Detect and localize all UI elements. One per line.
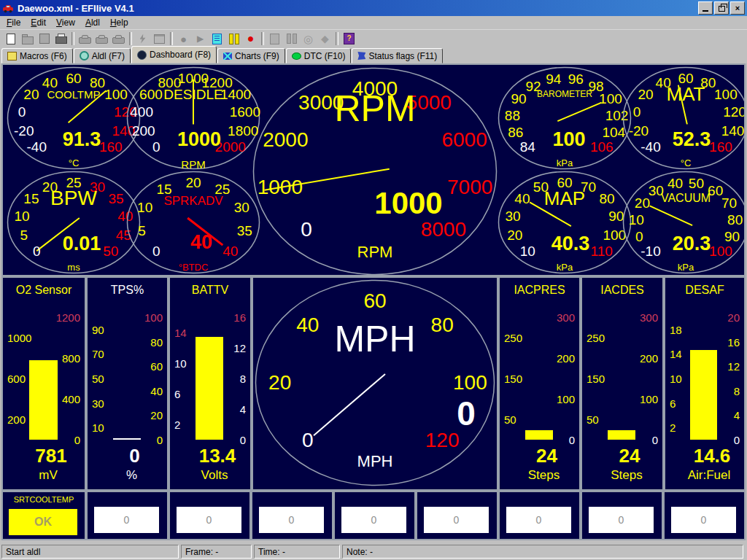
charts-icon bbox=[223, 52, 232, 60]
app-window: Daewoo.xml - EFIlive V4.1 × FileEditView… bbox=[0, 0, 747, 560]
bar-tick: 200 bbox=[557, 353, 575, 364]
record-button[interactable]: ● bbox=[242, 31, 259, 47]
menu-view[interactable]: View bbox=[51, 17, 80, 28]
monitor-stop-button[interactable]: ● bbox=[175, 31, 192, 47]
bar-tick: 100 bbox=[640, 394, 658, 405]
bar-gauge-bar bbox=[690, 350, 717, 440]
gauge-desidle: 0200400600800100012001400160018002000DES… bbox=[126, 66, 260, 170]
pause-button[interactable] bbox=[225, 31, 242, 47]
target-button[interactable]: ◎ bbox=[300, 31, 317, 47]
gauge-tick: 1000 bbox=[258, 177, 303, 198]
bar-tick: 2 bbox=[670, 422, 676, 433]
watch-cell-value[interactable]: 0 bbox=[177, 507, 241, 533]
gauge-mat: -40-20020406080100120140160MAT52.3°C bbox=[622, 66, 746, 170]
watch-cell-status[interactable]: OK bbox=[9, 509, 77, 535]
tab-dashboard-f8[interactable]: Dashboard (F8) bbox=[131, 46, 217, 63]
watch-cell-3: 0 bbox=[169, 491, 251, 540]
bar-gauge-unit: Air:Fuel bbox=[674, 469, 744, 481]
tab-label: Charts (F9) bbox=[235, 51, 279, 61]
tab-macros-f6[interactable]: Macros (F6) bbox=[1, 48, 73, 63]
menu-file[interactable]: File bbox=[1, 17, 26, 28]
watch-cell-value[interactable]: 0 bbox=[94, 507, 159, 533]
gauge-tick: 1400 bbox=[220, 88, 251, 101]
tab-label: DTC (F10) bbox=[304, 51, 346, 61]
frame-pause-button[interactable] bbox=[283, 31, 300, 47]
watch-cell-value[interactable]: 0 bbox=[589, 507, 654, 533]
watch-cell-1: SRTCOOLTEMPOK bbox=[1, 491, 86, 540]
car-connect-button[interactable] bbox=[77, 31, 93, 47]
properties-icon bbox=[154, 34, 165, 44]
gauge-tick: 30 bbox=[234, 200, 249, 214]
gauge-needle bbox=[557, 103, 601, 121]
bar-tick: 90 bbox=[92, 324, 104, 335]
page-view-button[interactable] bbox=[266, 31, 283, 47]
bar-gauge-value: 14.6 bbox=[681, 446, 743, 465]
monitor-stop-icon: ● bbox=[180, 34, 187, 44]
gauge-tick: 0 bbox=[302, 430, 314, 451]
car-connect-icon bbox=[79, 37, 91, 44]
tab-status-flags-f11[interactable]: Status flags (F11) bbox=[352, 48, 443, 63]
car-save-button[interactable] bbox=[93, 31, 110, 47]
pause-icon bbox=[228, 34, 240, 44]
gauge-tick: 20 bbox=[23, 88, 39, 101]
gauge-tick: 70 bbox=[721, 196, 737, 210]
save-file-button[interactable] bbox=[36, 31, 53, 47]
restore-icon bbox=[719, 6, 725, 12]
menu-edit[interactable]: Edit bbox=[26, 17, 51, 28]
minimize-button[interactable] bbox=[698, 1, 713, 15]
gauge-unit: MPH bbox=[357, 454, 393, 470]
status-frame: Frame: - bbox=[181, 545, 252, 559]
gauge-tick: 100 bbox=[714, 88, 738, 101]
new-document-button[interactable] bbox=[2, 31, 19, 47]
gauge-title: VACUUM bbox=[661, 192, 711, 204]
gauge-tick: 0 bbox=[33, 244, 41, 258]
gauge-tick: 100 bbox=[104, 88, 128, 101]
watch-cell-value[interactable]: 0 bbox=[671, 507, 736, 533]
bar-tick: 14 bbox=[670, 349, 682, 359]
watch-cell-value[interactable]: 0 bbox=[259, 507, 324, 533]
car-clear-button[interactable] bbox=[110, 31, 127, 47]
help-button[interactable]: ? bbox=[341, 31, 357, 47]
bar-tick: 16 bbox=[233, 312, 246, 323]
gauge-tick: 35 bbox=[108, 192, 123, 206]
gauge-tick: 106 bbox=[590, 140, 614, 154]
properties-button[interactable] bbox=[151, 31, 168, 47]
gauge-tick: 96 bbox=[568, 71, 584, 85]
menu-aldl[interactable]: Aldl bbox=[80, 17, 105, 28]
bar-gauge-panel-iacpres: IACPRES05010015020025030024Steps bbox=[498, 276, 581, 491]
titlebar: Daewoo.xml - EFIlive V4.1 × bbox=[0, 0, 747, 16]
close-button[interactable]: × bbox=[730, 1, 745, 15]
tab-charts-f9[interactable]: Charts (F9) bbox=[217, 48, 285, 63]
send-diamond-button[interactable]: ◆ bbox=[317, 31, 333, 47]
gauge-tick: 10 bbox=[15, 209, 30, 223]
watch-cell-value[interactable]: 0 bbox=[341, 507, 406, 533]
tab-aldl-f7[interactable]: Aldl (F7) bbox=[74, 48, 131, 63]
gauge-tick: 40 bbox=[42, 75, 58, 89]
gauge-value: 40 bbox=[190, 233, 212, 252]
watch-cell-6: 0 bbox=[416, 491, 498, 540]
menu-help[interactable]: Help bbox=[105, 17, 133, 28]
gauge-tick: 200 bbox=[132, 124, 155, 138]
view-log-button[interactable] bbox=[209, 31, 225, 47]
watch-cell-value[interactable]: 0 bbox=[506, 507, 571, 533]
tab-dtc-f10[interactable]: DTC (F10) bbox=[286, 48, 352, 63]
gauge-value: 1000 bbox=[374, 188, 442, 219]
lightning-button[interactable] bbox=[134, 31, 151, 47]
gauge-title: BAROMETER bbox=[537, 90, 592, 98]
aldl-icon bbox=[80, 51, 89, 61]
bar-gauge-bar bbox=[29, 360, 58, 440]
bar-gauge-bar bbox=[113, 438, 141, 440]
help-icon: ? bbox=[344, 33, 355, 44]
target-icon: ◎ bbox=[303, 34, 313, 44]
print-button[interactable] bbox=[53, 31, 69, 47]
window-title: Daewoo.xml - EFIlive V4.1 bbox=[18, 3, 697, 14]
play-button[interactable]: ▶ bbox=[192, 31, 209, 47]
gauge-tick: 50 bbox=[103, 244, 118, 258]
bar-tick: 50 bbox=[504, 414, 516, 425]
record-icon: ● bbox=[247, 33, 255, 44]
bar-gauge-bar bbox=[196, 337, 223, 440]
open-file-button[interactable] bbox=[19, 31, 36, 47]
watch-cell-value[interactable]: 0 bbox=[424, 507, 489, 533]
gauge-tick: 20 bbox=[638, 88, 654, 101]
restore-button[interactable] bbox=[714, 1, 729, 15]
